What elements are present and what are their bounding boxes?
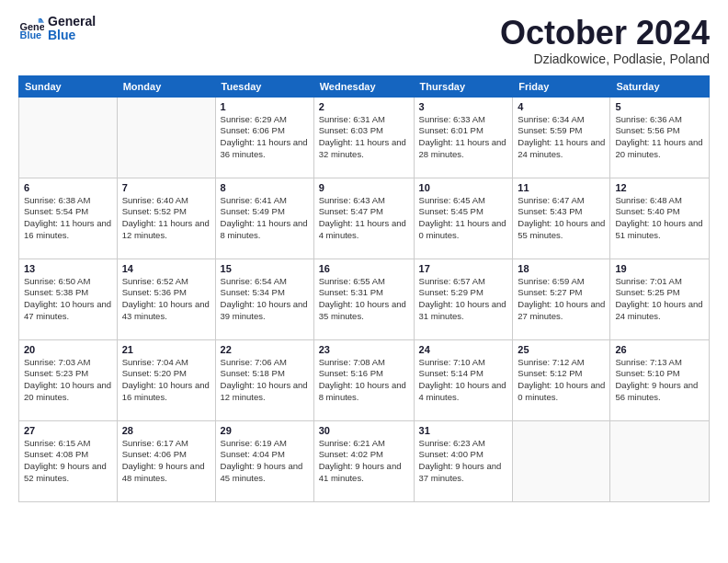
calendar-cell: 6Sunrise: 6:38 AMSunset: 5:54 PMDaylight…	[19, 178, 118, 259]
calendar-cell: 17Sunrise: 6:57 AMSunset: 5:29 PMDayligh…	[414, 259, 513, 339]
calendar-cell: 2Sunrise: 6:31 AMSunset: 6:03 PMDaylight…	[313, 97, 414, 178]
calendar-cell: 16Sunrise: 6:55 AMSunset: 5:31 PMDayligh…	[313, 259, 414, 339]
calendar-cell: 25Sunrise: 7:12 AMSunset: 5:12 PMDayligh…	[513, 339, 610, 420]
calendar-cell: 13Sunrise: 6:50 AMSunset: 5:38 PMDayligh…	[19, 259, 118, 339]
calendar-week-1: 6Sunrise: 6:38 AMSunset: 5:54 PMDaylight…	[19, 178, 710, 259]
calendar-cell	[19, 97, 118, 178]
day-number: 16	[319, 263, 409, 274]
day-info: Sunrise: 6:52 AMSunset: 5:36 PMDaylight:…	[122, 276, 210, 323]
day-info: Sunrise: 7:08 AMSunset: 5:16 PMDaylight:…	[319, 357, 409, 404]
day-info: Sunrise: 6:55 AMSunset: 5:31 PMDaylight:…	[319, 276, 409, 323]
calendar-cell: 29Sunrise: 6:19 AMSunset: 4:04 PMDayligh…	[215, 420, 313, 501]
header: General Blue General Blue October 2024 D…	[18, 15, 710, 66]
day-number: 5	[615, 101, 704, 112]
calendar-cell: 12Sunrise: 6:48 AMSunset: 5:40 PMDayligh…	[610, 178, 710, 259]
calendar-cell: 20Sunrise: 7:03 AMSunset: 5:23 PMDayligh…	[19, 339, 118, 420]
day-number: 21	[122, 344, 210, 355]
calendar-cell: 27Sunrise: 6:15 AMSunset: 4:08 PMDayligh…	[19, 420, 118, 501]
day-info: Sunrise: 6:43 AMSunset: 5:47 PMDaylight:…	[319, 195, 409, 242]
col-wednesday: Wednesday	[313, 75, 414, 97]
day-number: 10	[419, 182, 508, 193]
calendar-cell: 5Sunrise: 6:36 AMSunset: 5:56 PMDaylight…	[610, 97, 710, 178]
day-info: Sunrise: 7:04 AMSunset: 5:20 PMDaylight:…	[122, 357, 210, 404]
day-number: 1	[221, 101, 309, 112]
calendar-cell: 30Sunrise: 6:21 AMSunset: 4:02 PMDayligh…	[313, 420, 414, 501]
day-number: 22	[221, 344, 309, 355]
month-title: October 2024	[500, 15, 710, 52]
title-block: October 2024 Dziadkowice, Podlasie, Pola…	[500, 15, 710, 66]
subtitle: Dziadkowice, Podlasie, Poland	[500, 52, 710, 66]
day-info: Sunrise: 6:31 AMSunset: 6:03 PMDaylight:…	[319, 114, 409, 161]
calendar-cell: 10Sunrise: 6:45 AMSunset: 5:45 PMDayligh…	[414, 178, 513, 259]
calendar-body: 1Sunrise: 6:29 AMSunset: 6:06 PMDaylight…	[19, 97, 710, 501]
day-number: 18	[518, 263, 605, 274]
day-number: 13	[24, 263, 112, 274]
day-number: 17	[419, 263, 508, 274]
logo-icon: General Blue	[18, 16, 44, 41]
day-info: Sunrise: 6:47 AMSunset: 5:43 PMDaylight:…	[518, 195, 605, 242]
day-info: Sunrise: 6:50 AMSunset: 5:38 PMDaylight:…	[24, 276, 112, 323]
col-saturday: Saturday	[610, 75, 710, 97]
calendar-cell: 31Sunrise: 6:23 AMSunset: 4:00 PMDayligh…	[414, 420, 513, 501]
day-info: Sunrise: 7:10 AMSunset: 5:14 PMDaylight:…	[419, 357, 508, 404]
day-info: Sunrise: 7:03 AMSunset: 5:23 PMDaylight:…	[24, 357, 112, 404]
day-number: 12	[615, 182, 704, 193]
col-friday: Friday	[513, 75, 610, 97]
day-number: 15	[221, 263, 309, 274]
day-number: 28	[122, 425, 210, 436]
day-number: 23	[319, 344, 409, 355]
day-number: 9	[319, 182, 409, 193]
calendar-cell: 9Sunrise: 6:43 AMSunset: 5:47 PMDaylight…	[313, 178, 414, 259]
calendar-cell: 15Sunrise: 6:54 AMSunset: 5:34 PMDayligh…	[215, 259, 313, 339]
day-info: Sunrise: 6:15 AMSunset: 4:08 PMDaylight:…	[24, 438, 112, 485]
day-number: 11	[518, 182, 605, 193]
calendar-header: Sunday Monday Tuesday Wednesday Thursday…	[19, 75, 710, 97]
calendar-table: Sunday Monday Tuesday Wednesday Thursday…	[18, 75, 710, 502]
day-info: Sunrise: 7:01 AMSunset: 5:25 PMDaylight:…	[615, 276, 704, 323]
day-info: Sunrise: 6:36 AMSunset: 5:56 PMDaylight:…	[615, 114, 704, 161]
svg-text:Blue: Blue	[20, 29, 42, 40]
logo-text-line2: Blue	[48, 29, 96, 42]
calendar-cell: 8Sunrise: 6:41 AMSunset: 5:49 PMDaylight…	[215, 178, 313, 259]
day-info: Sunrise: 6:45 AMSunset: 5:45 PMDaylight:…	[419, 195, 508, 242]
calendar-cell: 11Sunrise: 6:47 AMSunset: 5:43 PMDayligh…	[513, 178, 610, 259]
day-info: Sunrise: 6:21 AMSunset: 4:02 PMDaylight:…	[319, 438, 409, 485]
calendar-cell: 14Sunrise: 6:52 AMSunset: 5:36 PMDayligh…	[117, 259, 215, 339]
day-info: Sunrise: 6:48 AMSunset: 5:40 PMDaylight:…	[615, 195, 704, 242]
day-info: Sunrise: 6:40 AMSunset: 5:52 PMDaylight:…	[122, 195, 210, 242]
calendar-cell: 3Sunrise: 6:33 AMSunset: 6:01 PMDaylight…	[414, 97, 513, 178]
calendar-cell: 19Sunrise: 7:01 AMSunset: 5:25 PMDayligh…	[610, 259, 710, 339]
day-number: 30	[319, 425, 409, 436]
calendar-cell: 24Sunrise: 7:10 AMSunset: 5:14 PMDayligh…	[414, 339, 513, 420]
day-number: 31	[419, 425, 508, 436]
calendar-cell: 28Sunrise: 6:17 AMSunset: 4:06 PMDayligh…	[117, 420, 215, 501]
day-info: Sunrise: 6:54 AMSunset: 5:34 PMDaylight:…	[221, 276, 309, 323]
day-number: 19	[615, 263, 704, 274]
day-info: Sunrise: 6:17 AMSunset: 4:06 PMDaylight:…	[122, 438, 210, 485]
day-info: Sunrise: 6:57 AMSunset: 5:29 PMDaylight:…	[419, 276, 508, 323]
calendar-week-2: 13Sunrise: 6:50 AMSunset: 5:38 PMDayligh…	[19, 259, 710, 339]
calendar-cell: 23Sunrise: 7:08 AMSunset: 5:16 PMDayligh…	[313, 339, 414, 420]
calendar-cell: 26Sunrise: 7:13 AMSunset: 5:10 PMDayligh…	[610, 339, 710, 420]
calendar-cell: 4Sunrise: 6:34 AMSunset: 5:59 PMDaylight…	[513, 97, 610, 178]
day-number: 20	[24, 344, 112, 355]
calendar-week-0: 1Sunrise: 6:29 AMSunset: 6:06 PMDaylight…	[19, 97, 710, 178]
calendar-cell	[117, 97, 215, 178]
page: General Blue General Blue October 2024 D…	[0, 0, 728, 511]
col-thursday: Thursday	[414, 75, 513, 97]
day-number: 27	[24, 425, 112, 436]
calendar-cell: 18Sunrise: 6:59 AMSunset: 5:27 PMDayligh…	[513, 259, 610, 339]
day-info: Sunrise: 6:33 AMSunset: 6:01 PMDaylight:…	[419, 114, 508, 161]
day-number: 6	[24, 182, 112, 193]
day-info: Sunrise: 7:12 AMSunset: 5:12 PMDaylight:…	[518, 357, 605, 404]
col-monday: Monday	[117, 75, 215, 97]
col-sunday: Sunday	[19, 75, 118, 97]
day-number: 8	[221, 182, 309, 193]
day-number: 3	[419, 101, 508, 112]
calendar-week-3: 20Sunrise: 7:03 AMSunset: 5:23 PMDayligh…	[19, 339, 710, 420]
day-info: Sunrise: 6:29 AMSunset: 6:06 PMDaylight:…	[221, 114, 309, 161]
day-info: Sunrise: 6:34 AMSunset: 5:59 PMDaylight:…	[518, 114, 605, 161]
day-number: 14	[122, 263, 210, 274]
day-info: Sunrise: 6:41 AMSunset: 5:49 PMDaylight:…	[221, 195, 309, 242]
day-info: Sunrise: 7:06 AMSunset: 5:18 PMDaylight:…	[221, 357, 309, 404]
